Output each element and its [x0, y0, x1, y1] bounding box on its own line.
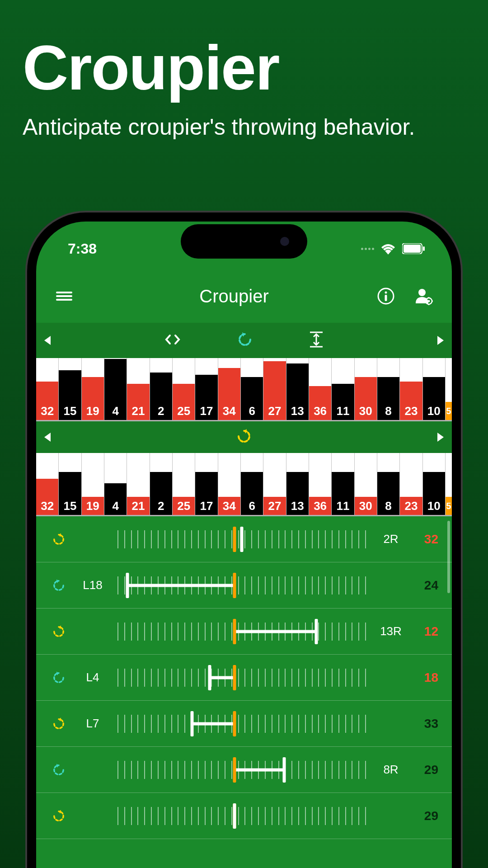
next-icon[interactable]	[437, 336, 444, 345]
wheel-cell[interactable]: 2	[150, 453, 173, 515]
cell-number: 17	[195, 402, 217, 420]
track-toolbar	[36, 323, 452, 358]
row-left-label: L18	[77, 578, 108, 592]
rotate-cw-icon	[50, 716, 68, 731]
track-toolbar-2	[36, 421, 452, 453]
wheel-cell[interactable]: 23	[400, 453, 422, 515]
row-value: 24	[416, 578, 438, 593]
ruler-connector	[192, 722, 235, 725]
wheel-cell[interactable]: 27	[263, 358, 286, 420]
wheel-cell[interactable]: 34	[218, 358, 241, 420]
cell-bar	[195, 472, 217, 497]
wheel-cell[interactable]: 8	[377, 358, 400, 420]
cell-number-edge: 5	[446, 402, 452, 420]
cell-bar	[423, 377, 445, 402]
wheel-cell[interactable]: 10	[423, 358, 446, 420]
throw-row[interactable]: L418	[36, 655, 452, 701]
wheel-track-1[interactable]: 321519421225173462713361130823105	[36, 358, 452, 421]
status-time: 7:38	[68, 241, 97, 257]
row-ruler[interactable]	[117, 711, 366, 736]
row-left-label: L7	[77, 717, 108, 731]
next-icon-2[interactable]	[437, 433, 444, 442]
wheel-cell[interactable]: 11	[332, 453, 354, 515]
row-ruler[interactable]	[117, 527, 366, 552]
wheel-cell[interactable]: 6	[241, 358, 263, 420]
collapse-vertical-icon[interactable]	[308, 330, 324, 350]
wheel-cell[interactable]: 4	[104, 358, 127, 420]
marker-white	[233, 803, 236, 829]
cell-number: 23	[400, 402, 422, 420]
wheel-cell[interactable]: 25	[173, 358, 195, 420]
rotate-ccw-icon	[50, 762, 68, 778]
cell-number: 15	[59, 402, 81, 420]
throw-row[interactable]: L733	[36, 701, 452, 747]
cell-number: 2	[150, 497, 172, 515]
wheel-cell[interactable]: 30	[355, 358, 377, 420]
wheel-cell[interactable]: 2	[150, 358, 173, 420]
wheel-cell[interactable]: 4	[104, 453, 127, 515]
wheel-cell[interactable]: 17	[195, 453, 218, 515]
throw-row[interactable]: L1824	[36, 562, 452, 609]
row-value: 29	[416, 763, 438, 777]
throw-row[interactable]: 13R12	[36, 609, 452, 655]
cell-number: 13	[286, 402, 309, 420]
row-ruler[interactable]	[117, 803, 366, 829]
marker-white	[208, 665, 211, 690]
throw-row[interactable]: 8R29	[36, 747, 452, 793]
prev-icon[interactable]	[44, 336, 51, 345]
rotate-cw-icon	[50, 624, 68, 639]
expand-icon[interactable]	[164, 333, 182, 348]
row-left-label: L4	[77, 670, 108, 684]
throw-row[interactable]: 29	[36, 793, 452, 839]
row-value: 18	[416, 670, 438, 685]
row-ruler[interactable]	[117, 619, 366, 644]
wheel-cell[interactable]: 30	[355, 453, 377, 515]
wheel-cell[interactable]: 8	[377, 453, 400, 515]
wheel-cell[interactable]: 25	[173, 453, 195, 515]
wheel-track-2[interactable]: 321519421225173462713361130823105	[36, 453, 452, 516]
throw-row[interactable]: 2R32	[36, 516, 452, 562]
rotate-cw-icon[interactable]	[235, 427, 253, 447]
wheel-cell[interactable]: 27	[263, 453, 286, 515]
cell-bar	[104, 483, 127, 497]
cell-bar	[59, 370, 81, 402]
prev-icon-2[interactable]	[44, 433, 51, 442]
wheel-cell[interactable]: 32	[36, 453, 59, 515]
battery-icon	[402, 243, 425, 254]
row-ruler[interactable]	[117, 665, 366, 690]
wheel-cell[interactable]: 34	[218, 453, 241, 515]
wheel-cell[interactable]: 10	[423, 453, 446, 515]
wheel-cell[interactable]: 13	[286, 358, 309, 420]
cell-bar	[104, 359, 127, 402]
rotate-ccw-icon[interactable]	[236, 330, 254, 350]
wheel-cell[interactable]: 11	[332, 358, 354, 420]
wheel-cell[interactable]: 36	[309, 358, 332, 420]
marker-white	[191, 711, 194, 736]
wheel-cell[interactable]: 13	[286, 453, 309, 515]
row-right-label: 13R	[375, 624, 407, 638]
wheel-cell[interactable]: 23	[400, 358, 422, 420]
cell-number: 8	[377, 497, 399, 515]
cell-number: 25	[173, 497, 195, 515]
row-ruler[interactable]	[117, 573, 366, 598]
wheel-cell[interactable]: 32	[36, 358, 59, 420]
throw-list[interactable]: 2R32L182413R12L418L7338R2929	[36, 516, 452, 839]
row-ruler[interactable]	[117, 757, 366, 783]
wheel-cell[interactable]: 21	[127, 453, 150, 515]
wheel-cell[interactable]: 6	[241, 453, 263, 515]
wheel-cell[interactable]: 17	[195, 358, 218, 420]
wheel-cell[interactable]: 15	[59, 358, 81, 420]
cell-bar	[309, 386, 331, 402]
wheel-cell[interactable]: 19	[82, 358, 104, 420]
wheel-cell[interactable]: 36	[309, 453, 332, 515]
menu-icon[interactable]	[54, 286, 74, 306]
marker-orange	[233, 527, 236, 552]
cell-bar	[377, 472, 399, 497]
info-icon[interactable]	[376, 286, 396, 306]
wheel-cell[interactable]: 15	[59, 453, 81, 515]
cell-number: 19	[82, 402, 104, 420]
profile-settings-icon[interactable]	[414, 286, 434, 306]
wheel-cell[interactable]: 19	[82, 453, 104, 515]
scrollbar-thumb[interactable]	[447, 521, 450, 593]
wheel-cell[interactable]: 21	[127, 358, 150, 420]
